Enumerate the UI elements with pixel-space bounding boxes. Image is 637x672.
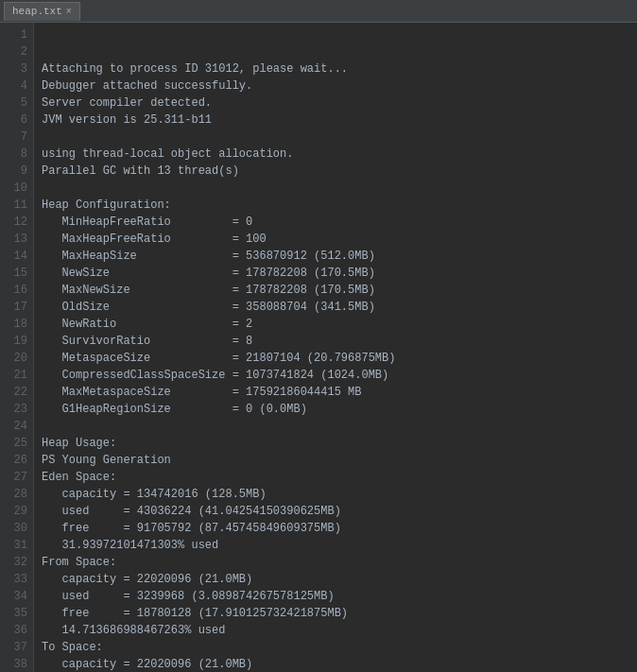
code-line: capacity = 22020096 (21.0MB) [42, 656, 629, 672]
line-number: 21 [6, 367, 27, 384]
code-line: capacity = 134742016 (128.5MB) [42, 486, 629, 503]
code-line: PS Young Generation [42, 452, 629, 469]
line-number: 4 [6, 78, 27, 95]
code-line: NewRatio = 2 [42, 316, 629, 333]
line-number: 25 [6, 435, 27, 452]
code-line: 31.93972101471303% used [42, 537, 629, 554]
code-line: OldSize = 358088704 (341.5MB) [42, 299, 629, 316]
code-line: MaxNewSize = 178782208 (170.5MB) [42, 282, 629, 299]
line-number: 22 [6, 384, 27, 401]
close-icon[interactable]: × [66, 7, 72, 17]
line-number: 19 [6, 333, 27, 350]
line-number: 14 [6, 248, 27, 265]
line-number: 27 [6, 469, 27, 486]
line-number: 35 [6, 605, 27, 622]
code-line: SurvivorRatio = 8 [42, 333, 629, 350]
line-number: 18 [6, 316, 27, 333]
code-line: MaxHeapSize = 536870912 (512.0MB) [42, 248, 629, 265]
tab-label: heap.txt [12, 6, 62, 17]
line-number: 30 [6, 520, 27, 537]
code-line: MaxHeapFreeRatio = 100 [42, 231, 629, 248]
line-number: 38 [6, 656, 27, 672]
code-line [42, 129, 629, 146]
code-line: Attaching to process ID 31012, please wa… [42, 60, 629, 78]
line-number: 20 [6, 350, 27, 367]
code-line: CompressedClassSpaceSize = 1073741824 (1… [42, 367, 629, 384]
tab-bar: heap.txt × [0, 0, 637, 23]
code-line: free = 18780128 (17.910125732421875MB) [42, 605, 629, 622]
line-number: 28 [6, 486, 27, 503]
code-line: used = 3239968 (3.089874267578125MB) [42, 588, 629, 605]
line-number: 26 [6, 452, 27, 469]
line-number: 17 [6, 299, 27, 316]
editor-area: 1234567891011121314151617181920212223242… [0, 23, 637, 672]
code-line: To Space: [42, 639, 629, 656]
line-number: 10 [6, 180, 27, 197]
line-number: 32 [6, 554, 27, 571]
code-line: MinHeapFreeRatio = 0 [42, 214, 629, 231]
line-numbers: 1234567891011121314151617181920212223242… [0, 23, 34, 672]
tab-heap-txt[interactable]: heap.txt × [4, 2, 80, 21]
line-number: 24 [6, 418, 27, 435]
line-number: 2 [6, 43, 27, 60]
line-number: 13 [6, 231, 27, 248]
code-line: using thread-local object allocation. [42, 146, 629, 163]
code-line: Eden Space: [42, 469, 629, 486]
code-area[interactable]: Attaching to process ID 31012, please wa… [34, 23, 637, 672]
code-line: Server compiler detected. [42, 95, 629, 112]
code-line: Heap Configuration: [42, 197, 629, 214]
code-line: 14.713686988467263% used [42, 622, 629, 639]
code-line: NewSize = 178782208 (170.5MB) [42, 265, 629, 282]
line-number: 5 [6, 95, 27, 112]
code-line: Debugger attached successfully. [42, 78, 629, 95]
code-line: used = 43036224 (41.04254150390625MB) [42, 503, 629, 520]
code-line: capacity = 22020096 (21.0MB) [42, 571, 629, 588]
code-line [42, 180, 629, 197]
code-line: JVM version is 25.311-b11 [42, 112, 629, 129]
line-number: 29 [6, 503, 27, 520]
code-line: From Space: [42, 554, 629, 571]
line-number: 3 [6, 60, 27, 78]
line-number: 7 [6, 129, 27, 146]
code-line: MetaspaceSize = 21807104 (20.796875MB) [42, 350, 629, 367]
code-line [42, 418, 629, 435]
code-line: Heap Usage: [42, 435, 629, 452]
line-number: 15 [6, 265, 27, 282]
line-number: 11 [6, 197, 27, 214]
line-number: 36 [6, 622, 27, 639]
line-number: 34 [6, 588, 27, 605]
line-number: 33 [6, 571, 27, 588]
code-line: G1HeapRegionSize = 0 (0.0MB) [42, 401, 629, 418]
line-number: 9 [6, 163, 27, 180]
line-number: 6 [6, 112, 27, 129]
line-number: 37 [6, 639, 27, 656]
line-number: 1 [6, 26, 27, 43]
line-number: 23 [6, 401, 27, 418]
code-line: free = 91705792 (87.45745849609375MB) [42, 520, 629, 537]
code-line: MaxMetaspaceSize = 17592186044415 MB [42, 384, 629, 401]
line-number: 31 [6, 537, 27, 554]
line-number: 12 [6, 214, 27, 231]
line-number: 8 [6, 146, 27, 163]
code-line: Parallel GC with 13 thread(s) [42, 163, 629, 180]
line-number: 16 [6, 282, 27, 299]
